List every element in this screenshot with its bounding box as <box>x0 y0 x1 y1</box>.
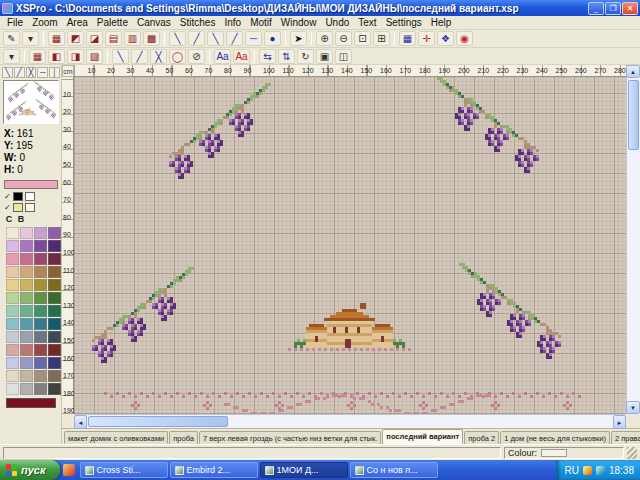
horizontal-scroll-thumb[interactable] <box>88 416 228 427</box>
palette-swatch[interactable] <box>6 370 19 382</box>
palette-swatch[interactable] <box>20 383 33 395</box>
taskbar-button-3[interactable]: Со н нов п... <box>350 462 438 478</box>
palette-swatch[interactable] <box>20 253 33 265</box>
palette-swatch[interactable] <box>6 318 19 330</box>
menu-item-text[interactable]: Text <box>354 17 380 28</box>
menu-item-motif[interactable]: Motif <box>246 17 276 28</box>
pattern-tab-5[interactable]: 1 дом (не весь для стыковки) <box>500 431 610 444</box>
palette-swatch[interactable] <box>6 357 19 369</box>
diagonal-nw-icon[interactable]: ╲ <box>112 49 129 64</box>
half-stitch-right-icon[interactable]: ◨ <box>67 49 84 64</box>
menu-item-undo[interactable]: Undo <box>321 17 353 28</box>
language-indicator[interactable]: RU <box>565 465 579 476</box>
backstitch-ne-icon[interactable]: ╱ <box>188 31 205 46</box>
palette-swatch[interactable] <box>34 266 47 278</box>
palette-swatch[interactable] <box>20 266 33 278</box>
palette-swatch[interactable] <box>20 318 33 330</box>
rotate-icon[interactable]: ↻ <box>297 49 314 64</box>
palette-swatch[interactable] <box>20 227 33 239</box>
center-point-icon[interactable]: ✛ <box>418 31 435 46</box>
palette-yellow-swatch[interactable] <box>13 203 23 212</box>
pattern-tab-6[interactable]: 2 правая низ гр. <box>611 431 640 444</box>
knot-red-icon[interactable]: ◉ <box>456 31 473 46</box>
pattern-tab-0[interactable]: макет домик с оливковками <box>64 431 168 444</box>
menu-item-canvas[interactable]: Canvas <box>133 17 175 28</box>
straight-stitch-icon[interactable]: ─ <box>245 31 262 46</box>
palette-swatch[interactable] <box>6 344 19 356</box>
scroll-up-icon[interactable]: ▲ <box>626 65 640 78</box>
palette-swatch[interactable] <box>34 331 47 343</box>
palette-swatch[interactable] <box>6 279 19 291</box>
palette-swatch[interactable] <box>6 331 19 343</box>
palette-cream-swatch[interactable] <box>25 203 35 212</box>
palette-swatch[interactable] <box>48 383 61 395</box>
palette-swatch[interactable] <box>48 227 61 239</box>
quick-launch-icon[interactable] <box>63 464 75 476</box>
half-stitch-bottom-icon[interactable]: ◪ <box>86 31 103 46</box>
full-stitch-2-icon[interactable]: ▦ <box>29 49 46 64</box>
palette-swatch[interactable] <box>20 344 33 356</box>
half-stitch-top-icon[interactable]: ◩ <box>67 31 84 46</box>
petite-stitch-icon[interactable]: ▩ <box>143 31 160 46</box>
pencil-tool-icon[interactable]: ✎ <box>3 31 20 46</box>
palette-swatch[interactable] <box>6 383 19 395</box>
palette-swatch[interactable] <box>6 240 19 252</box>
diagonal-ne-icon[interactable]: ╱ <box>131 49 148 64</box>
palette-swatch[interactable] <box>34 292 47 304</box>
palette-swatch[interactable] <box>48 305 61 317</box>
vertical-scrollbar[interactable]: ▲ ▼ <box>626 65 640 414</box>
grid-toggle-icon[interactable]: ▦ <box>399 31 416 46</box>
flip-horizontal-icon[interactable]: ⇆ <box>259 49 276 64</box>
palette-swatch[interactable] <box>20 305 33 317</box>
palette-swatch[interactable] <box>48 253 61 265</box>
palette-swatch[interactable] <box>20 370 33 382</box>
backstitch-long-nw-icon[interactable]: ╲ <box>207 31 224 46</box>
pencil-dropdown-icon[interactable]: ▾ <box>22 31 39 46</box>
stitch-canvas[interactable] <box>74 77 626 414</box>
french-knot-icon[interactable]: ● <box>264 31 281 46</box>
scroll-right-icon[interactable]: ► <box>613 415 626 429</box>
palette-swatch[interactable] <box>34 370 47 382</box>
motif-tool-icon[interactable]: ❖ <box>437 31 454 46</box>
palette-swatch[interactable] <box>34 227 47 239</box>
mini-backstitch-nw-icon[interactable]: ╲ <box>2 67 13 78</box>
scroll-down-icon[interactable]: ▼ <box>626 401 640 414</box>
close-button[interactable]: ✕ <box>622 2 638 15</box>
palette-swatch[interactable] <box>48 240 61 252</box>
palette-swatch[interactable] <box>48 266 61 278</box>
palette-swatch[interactable] <box>6 305 19 317</box>
palette-swatch[interactable] <box>20 279 33 291</box>
palette-swatch[interactable] <box>6 227 19 239</box>
taskbar-button-2[interactable]: 1МОИ Д... <box>260 462 348 478</box>
resize-grip[interactable] <box>627 447 637 459</box>
half-stitch-left-icon[interactable]: ◧ <box>48 49 65 64</box>
palette-swatch[interactable] <box>20 292 33 304</box>
palette-black-swatch[interactable] <box>13 192 23 201</box>
menu-item-window[interactable]: Window <box>277 17 321 28</box>
palette-swatch[interactable] <box>34 279 47 291</box>
zoom-out-icon[interactable]: ⊖ <box>335 31 352 46</box>
mini-cross-icon[interactable]: ╳ <box>26 67 37 78</box>
palette-swatch[interactable] <box>6 253 19 265</box>
quarter-stitch-icon[interactable]: ▤ <box>105 31 122 46</box>
start-button[interactable]: пуск <box>0 460 60 480</box>
palette-swatch[interactable] <box>48 370 61 382</box>
palette-swatch[interactable] <box>34 383 47 395</box>
palette-bottom-bar[interactable] <box>6 398 56 408</box>
palette-swatch[interactable] <box>20 331 33 343</box>
zoom-area-icon[interactable]: ⊡ <box>354 31 371 46</box>
palette-swatch[interactable] <box>34 357 47 369</box>
taskbar-button-1[interactable]: Embird 2... <box>170 462 258 478</box>
full-stitch-icon[interactable]: ▦ <box>48 31 65 46</box>
select-dropdown-icon[interactable]: ▾ <box>3 49 20 64</box>
cross-stitch-icon[interactable]: ╳ <box>150 49 167 64</box>
select-arrow-icon[interactable]: ➤ <box>290 31 307 46</box>
menu-item-info[interactable]: Info <box>220 17 245 28</box>
palette-swatch[interactable] <box>48 331 61 343</box>
palette-white-swatch[interactable] <box>25 192 35 201</box>
minimize-button[interactable]: _ <box>588 2 604 15</box>
zoom-fit-icon[interactable]: ⊞ <box>373 31 390 46</box>
pattern-tab-2[interactable]: 7 верх левая гроздь (с частью низ ветки … <box>199 431 381 444</box>
mini-horizontal-icon[interactable]: ─ <box>37 67 48 78</box>
palette-swatch[interactable] <box>34 305 47 317</box>
